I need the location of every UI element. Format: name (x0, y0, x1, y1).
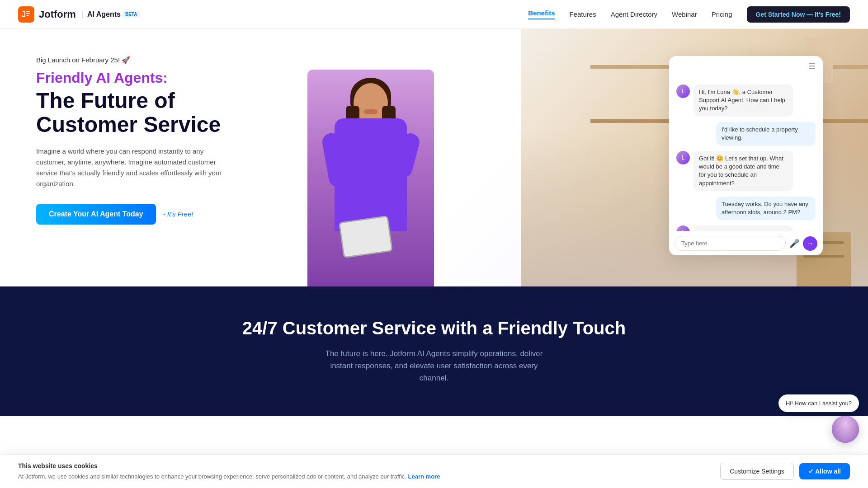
create-agent-button[interactable]: Create Your AI Agent Today (36, 204, 156, 225)
beta-badge: BETA (123, 11, 140, 18)
floating-chat-bubble: Hi! How can I assist you? (778, 394, 859, 412)
agent-avatar-2: L (676, 151, 690, 164)
hero-section: Big Launch on February 25! 🚀 Friendly AI… (0, 29, 868, 286)
hero-person (307, 70, 434, 286)
ai-agents-label: AI Agents (87, 10, 121, 19)
chat-message-3: L Got it! 😊 Let's set that up. What woul… (676, 151, 816, 191)
chat-header: ☰ (669, 56, 823, 77)
agent-avatar-3: L (676, 225, 690, 231)
hero-title-line2: Customer Service (36, 113, 221, 136)
chat-bubble-3: Got it! 😊 Let's set that up. What would … (693, 151, 793, 191)
hero-right: ☰ L Hi, I'm Luna 👋, a Customer Support A… (271, 47, 832, 286)
hero-title-line1: The Future of (36, 89, 175, 113)
dark-section-subtitle: The future is here. Jotform AI Agents si… (321, 347, 547, 385)
nav-links: Benefits Features Agent Directory Webina… (528, 6, 850, 23)
chat-body: L Hi, I'm Luna 👋, a Customer Support AI … (669, 77, 823, 231)
hero-left: Big Launch on February 25! 🚀 Friendly AI… (36, 47, 271, 225)
ai-badge: AI Agents BETA (82, 10, 140, 19)
hero-subtitle: Friendly AI Agents: (36, 70, 271, 86)
chat-message-4: Tuesday works. Do you have any afternoon… (676, 197, 816, 220)
floating-avatar-wrapper (778, 416, 859, 416)
hero-description: Imagine a world where you can respond in… (36, 146, 226, 189)
chat-message-1: L Hi, I'm Luna 👋, a Customer Support AI … (676, 84, 816, 117)
nav-features[interactable]: Features (569, 10, 596, 18)
cta-free-label: - It's Free! (163, 210, 193, 218)
jotform-logo-icon (18, 6, 34, 23)
launch-badge: Big Launch on February 25! 🚀 (36, 56, 271, 64)
hero-title: The Future of Customer Service (36, 89, 271, 137)
chat-menu-icon[interactable]: ☰ (808, 61, 816, 71)
dark-section-title: 24/7 Customer Service with a Friendly To… (18, 318, 850, 338)
svg-rect-1 (26, 11, 30, 12)
microphone-icon[interactable]: 🎤 (789, 239, 799, 249)
chat-input-row: 🎤 → (669, 231, 823, 255)
navbar: Jotform AI Agents BETA Benefits Features… (0, 0, 868, 29)
chat-message-2: I'd like to schedule a property viewing. (676, 122, 816, 145)
send-button[interactable]: → (803, 236, 817, 251)
nav-benefits[interactable]: Benefits (528, 9, 555, 19)
chat-bubble-5-container: Absolutely! Here are the available times… (693, 225, 793, 231)
hero-cta-row: Create Your AI Agent Today - It's Free! (36, 204, 271, 225)
nav-pricing[interactable]: Pricing (712, 10, 732, 18)
nav-agent-directory[interactable]: Agent Directory (611, 10, 657, 18)
nav-cta-main: Get Started Now (756, 11, 805, 18)
logo[interactable]: Jotform AI Agents BETA (18, 6, 140, 23)
floating-avatar[interactable] (832, 416, 859, 416)
dark-section: 24/7 Customer Service with a Friendly To… (0, 286, 868, 416)
chat-message-5: L Absolutely! Here are the available tim… (676, 225, 816, 231)
chat-bubble-5: Absolutely! Here are the available times… (693, 225, 793, 231)
svg-rect-0 (18, 6, 34, 23)
svg-rect-3 (26, 15, 29, 16)
agent-avatar-1: L (676, 84, 690, 98)
person-tablet (339, 216, 393, 258)
chat-bubble-1: Hi, I'm Luna 👋, a Customer Support AI Ag… (693, 84, 793, 117)
nav-webinar[interactable]: Webinar (672, 10, 697, 18)
chat-input[interactable] (675, 236, 786, 251)
svg-rect-2 (26, 13, 30, 14)
nav-cta-suffix: — It's Free! (807, 11, 841, 18)
chat-window: ☰ L Hi, I'm Luna 👋, a Customer Support A… (669, 56, 823, 255)
floating-avatar-image (832, 416, 859, 416)
floating-chat-widget: Hi! How can I assist you? (778, 394, 859, 416)
chat-bubble-4: Tuesday works. Do you have any afternoon… (716, 197, 816, 220)
get-started-button[interactable]: Get Started Now — It's Free! (747, 6, 850, 23)
chat-bubble-2: I'd like to schedule a property viewing. (716, 122, 816, 145)
logo-text: Jotform (39, 9, 76, 20)
